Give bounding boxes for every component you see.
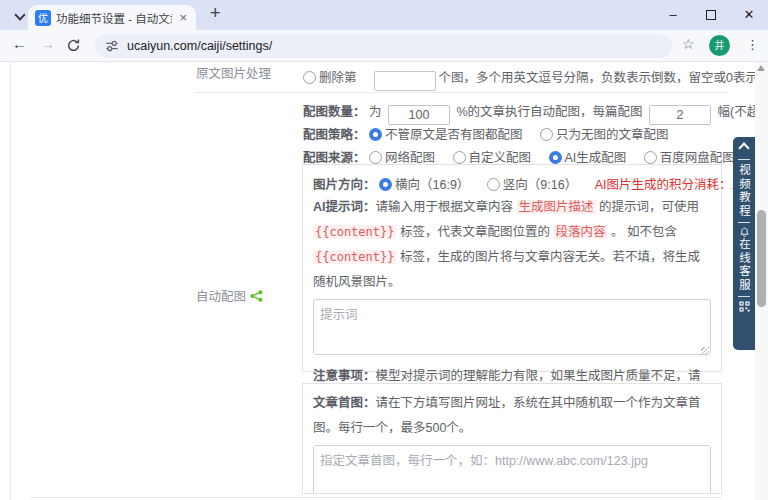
count-text-1: 为 — [369, 105, 382, 119]
first-image-box: 文章首图：请在下方填写图片网址，系统在其中随机取一个作为文章首图。每行一个，最多… — [302, 383, 722, 494]
radio-label: 百度网盘配图 — [660, 151, 735, 165]
radio-label: 网络配图 — [385, 151, 435, 165]
row-divider — [195, 92, 728, 93]
prompt-textarea-wrap — [313, 299, 711, 358]
original-image-row-label: 原文图片处理 — [196, 63, 271, 82]
prompt-text: 。 如不包含 — [607, 225, 676, 239]
direction-option-landscape[interactable]: 横向（16:9） — [379, 178, 469, 192]
first-image-label: 文章首图： — [313, 396, 376, 410]
panel-divider — [738, 222, 750, 223]
collapse-chevron-up-icon[interactable] — [738, 142, 749, 153]
address-bar[interactable]: ucaiyun.com/caiji/settings/ — [95, 34, 672, 58]
reload-icon — [66, 38, 81, 53]
strategy-option-no-image[interactable]: 只为无图的文章配图 — [540, 128, 669, 142]
site-info-tune-icon[interactable] — [105, 39, 119, 53]
image-direction-row: 图片方向： 横向（16:9） 竖向（9:16） AI图片生成的积分消耗：1积分/… — [313, 174, 711, 193]
source-option-baidu[interactable]: 百度网盘配图 — [644, 151, 735, 165]
delete-index-input[interactable] — [374, 71, 436, 91]
first-image-textarea[interactable] — [313, 445, 711, 494]
site-favicon-icon: 优 — [35, 10, 51, 26]
radio-icon — [540, 128, 553, 141]
bell-icon — [739, 227, 750, 238]
prompt-highlight: 生成图片描述 — [517, 200, 596, 214]
radio-icon — [369, 151, 382, 164]
tab-title: 功能细节设置 - 自动文章采集器 — [56, 10, 172, 26]
direction-option-portrait[interactable]: 竖向（9:16） — [487, 178, 577, 192]
reload-button[interactable] — [66, 38, 81, 56]
online-service-tab[interactable]: 在线客服 — [734, 238, 754, 292]
scrollbar-up-arrow[interactable] — [757, 65, 765, 71]
ai-prompt-label: AI提示词： — [313, 200, 376, 214]
content-tag-code: {{content}} — [313, 250, 396, 264]
notes-label: 注意事项： — [313, 369, 376, 383]
auto-image-label-text: 自动配图 — [196, 286, 246, 305]
first-image-textarea-wrap — [313, 445, 711, 494]
ai-prompt-textarea[interactable] — [313, 299, 711, 355]
prompt-text: 请输入用于根据文章内容 — [376, 200, 517, 214]
back-button[interactable]: ← — [12, 35, 27, 52]
chevron-down-icon — [14, 9, 25, 20]
image-direction-label: 图片方向： — [313, 178, 376, 192]
auto-image-row-label: 自动配图 — [196, 286, 263, 305]
prompt-text: 的提示词，可使用 — [596, 200, 699, 214]
ai-image-settings-box: 图片方向： 横向（16:9） 竖向（9:16） AI图片生成的积分消耗：1积分/… — [302, 164, 722, 372]
close-button[interactable]: ✕ — [730, 0, 768, 30]
profile-avatar[interactable]: 井 — [709, 35, 730, 56]
image-strategy-label: 配图策略： — [303, 128, 366, 142]
bookmark-star-icon[interactable]: ☆ — [682, 36, 695, 52]
video-tutorial-tab[interactable]: 视频教程 — [734, 164, 754, 218]
content-left-border — [10, 62, 11, 500]
qr-code-icon[interactable] — [739, 301, 750, 312]
count-text-2: %的文章执行自动配图，每篇配图 — [456, 105, 642, 119]
radio-checked-icon — [379, 178, 392, 191]
image-source-label: 配图来源： — [303, 151, 366, 165]
radio-icon — [644, 151, 657, 164]
scrollbar-thumb[interactable] — [757, 210, 766, 307]
radio-checked-icon — [549, 151, 562, 164]
source-option-web[interactable]: 网络配图 — [369, 151, 435, 165]
floating-side-panel: 视频教程 在线客服 — [733, 137, 755, 350]
new-tab-button[interactable]: + — [210, 3, 221, 24]
radio-label: 自定义配图 — [469, 151, 532, 165]
image-count-label: 配图数量： — [303, 105, 366, 119]
source-option-ai[interactable]: AI生成配图 — [549, 151, 627, 165]
prompt-text: 标签，代表文章配图位置的 — [396, 225, 553, 239]
browser-window: 优 功能细节设置 - 自动文章采集器 × + – ✕ ← → ucaiyun.c… — [0, 0, 768, 500]
browser-toolbar: ← → ucaiyun.com/caiji/settings/ ☆ 井 ⋮ — [0, 30, 768, 62]
radio-checked-icon — [369, 128, 382, 141]
image-count-row: 配图数量： 为 %的文章执行自动配图，每篇配图 幅(不超过文章段落数) — [303, 101, 768, 125]
radio-icon — [487, 178, 500, 191]
panel-divider — [738, 159, 750, 160]
restore-icon — [706, 10, 716, 20]
prompt-highlight: 段落内容 — [553, 225, 607, 239]
radio-label: AI生成配图 — [565, 151, 627, 165]
url-text[interactable]: ucaiyun.com/caiji/settings/ — [127, 39, 272, 53]
radio-icon — [453, 151, 466, 164]
browser-tab[interactable]: 优 功能细节设置 - 自动文章采集器 × — [28, 5, 196, 30]
image-strategy-row: 配图策略： 不管原文是否有图都配图 只为无图的文章配图 — [303, 124, 683, 143]
radio-label: 只为无图的文章配图 — [556, 128, 669, 142]
source-option-custom[interactable]: 自定义配图 — [453, 151, 532, 165]
radio-icon — [303, 71, 316, 84]
resize-handle[interactable] — [701, 493, 709, 494]
resize-handle[interactable] — [701, 347, 709, 355]
menu-dots-icon[interactable]: ⋮ — [746, 37, 759, 52]
ai-prompt-description: AI提示词：请输入用于根据文章内容 生成图片描述 的提示词，可使用 {{cont… — [313, 195, 711, 295]
tab-close-icon[interactable]: × — [177, 10, 189, 25]
radio-label: 竖向（9:16） — [503, 178, 577, 192]
share-icon[interactable] — [250, 290, 263, 302]
panel-divider — [738, 296, 750, 297]
original-image-row: 删除第个图，多个用英文逗号分隔，负数表示倒数，留空或0表示全删 — [303, 67, 768, 91]
restore-button[interactable] — [692, 0, 730, 30]
strategy-option-all[interactable]: 不管原文是否有图都配图 — [369, 128, 523, 142]
browser-titlebar: 优 功能细节设置 - 自动文章采集器 × + – ✕ — [0, 0, 768, 30]
delete-image-hint: 个图，多个用英文逗号分隔，负数表示倒数，留空或0表示全删 — [439, 71, 768, 85]
first-image-description: 文章首图：请在下方填写图片网址，系统在其中随机取一个作为文章首图。每行一个，最多… — [313, 391, 711, 441]
delete-image-radio[interactable]: 删除第 — [303, 71, 357, 85]
forward-button[interactable]: → — [40, 35, 55, 52]
content-tag-code: {{content}} — [313, 225, 396, 239]
images-per-article-input[interactable] — [649, 105, 711, 125]
settings-page: 原文图片处理 删除第个图，多个用英文逗号分隔，负数表示倒数，留空或0表示全删 配… — [0, 62, 768, 500]
percent-input[interactable] — [388, 105, 450, 125]
minimize-button[interactable]: – — [654, 0, 692, 30]
